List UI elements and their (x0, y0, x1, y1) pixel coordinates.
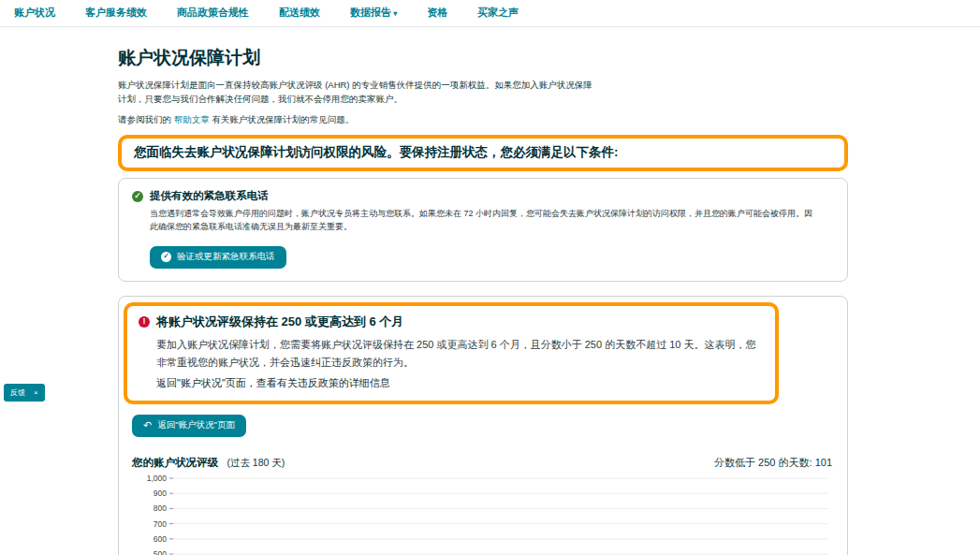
ahr-line-chart: 01002003004005006007008009001,000May 22M… (132, 471, 836, 555)
policy-violations-link[interactable]: 返回"账户状况"页面，查看有关违反政策的详细信息 (156, 376, 764, 390)
alert-exclamation-icon: ! (139, 316, 150, 328)
nav-item-4[interactable]: 配送绩效 (279, 6, 320, 20)
nav-item-7[interactable]: 买家之声 (477, 6, 519, 20)
emergency-contact-body: 当您遇到通常会导致账户停用的问题时，账户状况专员将主动与您联系。如果您未在 72… (150, 208, 816, 234)
close-icon[interactable]: × (34, 388, 38, 397)
risk-warning-highlight: 您面临失去账户状况保障计划访问权限的风险。要保持注册状态，您必须满足以下条件: (118, 135, 848, 171)
verify-contact-button-label: 验证或更新紧急联系电话 (177, 251, 275, 263)
help-suffix: 有关账户状况保障计划的常见问题。 (212, 114, 354, 124)
rating-requirement-title: 将账户状况评级保持在 250 或更高达到 6 个月 (156, 314, 403, 330)
rating-requirement-header: ! 将账户状况评级保持在 250 或更高达到 6 个月 (139, 314, 764, 330)
svg-text:900: 900 (154, 489, 167, 498)
check-icon: ✓ (161, 252, 171, 262)
emergency-contact-card-header: ✓ 提供有效的紧急联系电话 (132, 189, 834, 203)
chart-header: 您的账户状况评级 (过去 180 天) 分数低于 250 的天数: 101 (132, 453, 832, 470)
emergency-contact-card: ✓ 提供有效的紧急联系电话 当您遇到通常会导致账户停用的问题时，账户状况专员将主… (118, 178, 848, 281)
svg-text:700: 700 (154, 519, 167, 529)
svg-text:800: 800 (154, 504, 167, 514)
rating-requirement-body: 要加入账户状况保障计划，您需要将账户状况评级保持在 250 或更高达到 6 个月… (156, 336, 764, 371)
help-article-link[interactable]: 帮助文章 (174, 114, 210, 124)
return-arrow-icon: ↶ (143, 420, 152, 431)
nav-item-6[interactable]: 资格 (427, 6, 447, 20)
rating-requirement-card: ! 将账户状况评级保持在 250 或更高达到 6 个月 要加入账户状况保障计划，… (118, 296, 848, 555)
main-content: 账户状况保障计划 账户状况保障计划是面向一直保持较高账户状况评级 (AHR) 的… (118, 46, 848, 555)
svg-text:600: 600 (154, 534, 167, 544)
feedback-label: 反馈 (10, 387, 25, 398)
risk-warning-headline: 您面临失去账户状况保障计划访问权限的风险。要保持注册状态，您必须满足以下条件: (134, 144, 832, 161)
chart-subtitle: (过去 180 天) (227, 457, 285, 468)
nav-item-1[interactable]: 账户状况 (14, 6, 55, 20)
return-account-health-button-label: 返回"账户状况"页面 (157, 419, 235, 431)
chart-title: 您的账户状况评级 (132, 457, 218, 468)
chevron-down-icon: ▾ (391, 9, 397, 18)
nav-item-3[interactable]: 商品政策合规性 (177, 6, 249, 20)
svg-text:1,000: 1,000 (147, 474, 168, 483)
page-title: 账户状况保障计划 (118, 46, 848, 70)
rating-requirement-highlight: ! 将账户状况评级保持在 250 或更高达到 6 个月 要加入账户状况保障计划，… (124, 302, 779, 404)
account-health-nav: 账户状况客户服务绩效商品政策合规性配送绩效数据报告 ▾资格买家之声 (0, 0, 980, 27)
emergency-contact-title: 提供有效的紧急联系电话 (150, 189, 269, 203)
help-prefix: 请参阅我们的 (118, 114, 171, 124)
nav-item-2[interactable]: 客户服务绩效 (85, 6, 147, 20)
help-line: 请参阅我们的 帮助文章 有关账户状况保障计划的常见问题。 (118, 114, 848, 126)
chart-title-group: 您的账户状况评级 (过去 180 天) (132, 453, 285, 470)
days-below-250-note: 分数低于 250 的天数: 101 (714, 456, 832, 470)
success-check-icon: ✓ (132, 191, 143, 202)
verify-contact-button[interactable]: ✓ 验证或更新紧急联系电话 (150, 246, 286, 269)
feedback-button[interactable]: 反馈 × (4, 384, 45, 402)
intro-text: 账户状况保障计划是面向一直保持较高账户状况评级 (AHR) 的专业销售伙伴提供的… (118, 79, 597, 106)
return-account-health-button[interactable]: ↶ 返回"账户状况"页面 (132, 415, 246, 437)
svg-text:500: 500 (154, 549, 167, 555)
nav-item-5[interactable]: 数据报告 ▾ (350, 6, 397, 20)
